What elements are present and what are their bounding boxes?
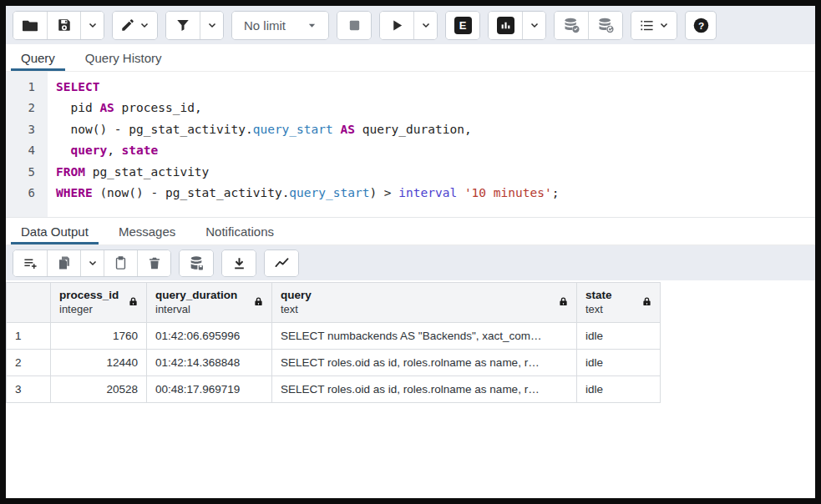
sql-token-kw: AS [340, 123, 354, 136]
column-name: state [585, 289, 612, 303]
line-number-gutter: 123456 [6, 72, 48, 217]
column-type: interval [155, 303, 237, 316]
cell-state[interactable]: idle [577, 350, 661, 376]
chevron-down-icon [139, 20, 150, 30]
row-limit-select[interactable]: No limit [232, 12, 328, 39]
line-number: 3 [6, 119, 48, 140]
save-options-dropdown[interactable] [80, 12, 104, 39]
column-header-process_id[interactable]: process_idinteger [51, 283, 147, 323]
ordered-list-icon [639, 18, 655, 33]
copy-options-dropdown[interactable] [80, 250, 104, 276]
copy-button[interactable] [47, 250, 80, 276]
rollback-database-icon [596, 17, 615, 33]
sql-token-plain: process_id, [114, 101, 202, 114]
column-header-state[interactable]: statetext [577, 283, 661, 323]
download-group [221, 249, 256, 277]
cell-query[interactable]: SELECT numbackends AS "Backends", xact_c… [272, 323, 577, 350]
help-button[interactable]: ? [685, 11, 717, 40]
execute-query-button[interactable] [380, 12, 413, 39]
cell-process_id[interactable]: 1760 [51, 323, 147, 350]
cell-state[interactable]: idle [577, 323, 661, 350]
explain-options-dropdown[interactable] [522, 12, 545, 39]
cell-process_id[interactable]: 20528 [51, 376, 147, 403]
paste-button[interactable] [104, 250, 137, 276]
column-type: text [585, 303, 612, 316]
tab-query[interactable]: Query [11, 44, 65, 71]
add-row-button[interactable] [13, 250, 47, 276]
download-results-button[interactable] [222, 250, 256, 276]
tab-messages[interactable]: Messages [109, 218, 185, 244]
graph-visualiser-button[interactable] [265, 250, 298, 276]
row-number-cell[interactable]: 2 [7, 350, 51, 376]
code-line[interactable]: query, state [56, 140, 815, 161]
filter-options-dropdown[interactable] [200, 12, 223, 39]
chevron-down-icon [207, 20, 217, 30]
code-line[interactable]: SELECT [56, 77, 815, 98]
cell-query_duration[interactable]: 01:42:14.368848 [147, 350, 272, 376]
cell-process_id[interactable]: 12440 [51, 350, 147, 376]
cell-query[interactable]: SELECT roles.oid as id, roles.rolname as… [272, 376, 577, 403]
tab-notifications[interactable]: Notifications [195, 218, 284, 244]
sql-token-plain: query_duration, [355, 123, 472, 136]
tab-query-history[interactable]: Query History [75, 44, 172, 71]
edit-button-group [112, 11, 158, 40]
chevron-down-icon [421, 20, 431, 30]
paste-clipboard-icon [114, 255, 128, 270]
line-number: 5 [6, 162, 48, 183]
save-data-group [179, 249, 214, 277]
column-header-query[interactable]: querytext [272, 283, 577, 323]
open-file-button[interactable] [13, 12, 47, 39]
delete-row-button[interactable] [137, 250, 170, 276]
file-button-group [13, 11, 104, 40]
line-number: 4 [6, 140, 48, 161]
rollback-button[interactable] [588, 12, 622, 39]
sql-editor[interactable]: 123456 SELECT pid AS process_id, now() -… [6, 72, 815, 218]
query-tabbar: QueryQuery History [6, 44, 815, 72]
column-type: integer [59, 303, 119, 316]
edit-dropdown-button[interactable] [113, 12, 157, 39]
sql-token-plain [56, 144, 70, 157]
output-tabbar: Data OutputMessagesNotifications [6, 218, 815, 245]
lock-icon [129, 296, 138, 310]
dropdown-caret-icon [307, 21, 317, 30]
sql-token-var: query_start [253, 123, 333, 136]
code-line[interactable]: now() - pg_stat_activity.query_start AS … [56, 119, 815, 140]
line-number: 2 [6, 98, 48, 118]
filter-funnel-icon [175, 18, 190, 33]
chevron-down-icon [88, 20, 98, 30]
tab-data-output[interactable]: Data Output [11, 218, 99, 244]
cell-query_duration[interactable]: 00:48:17.969719 [147, 376, 272, 403]
row-number-cell[interactable]: 1 [7, 323, 51, 350]
filter-button[interactable] [166, 12, 200, 39]
explain-analyze-button[interactable] [489, 12, 522, 39]
table-row: 1176001:42:06.695996SELECT numbackends A… [7, 323, 661, 350]
chevron-down-icon [530, 20, 540, 30]
sql-token-kw: state [122, 144, 159, 157]
row-limit-group: No limit [231, 11, 329, 40]
code-line[interactable]: WHERE (now() - pg_stat_activity.query_st… [56, 183, 815, 204]
cell-query[interactable]: SELECT roles.oid as id, roles.rolname as… [272, 350, 577, 376]
grid-corner-cell[interactable] [7, 283, 51, 323]
macros-dropdown-button[interactable] [631, 12, 677, 39]
code-line[interactable]: FROM pg_stat_activity [56, 162, 815, 183]
sql-token-kw: SELECT [56, 80, 99, 93]
save-data-changes-button[interactable] [180, 250, 213, 276]
svg-text:?: ? [697, 19, 703, 31]
execute-options-dropdown[interactable] [413, 12, 437, 39]
copy-icon [57, 255, 72, 270]
cell-state[interactable]: idle [577, 376, 661, 403]
row-number-cell[interactable]: 3 [7, 376, 51, 403]
sql-token-plain: now() - pg_stat_activity. [56, 123, 253, 136]
sql-token-plain: pg_stat_activity [85, 165, 209, 179]
code-lines[interactable]: SELECT pid AS process_id, now() - pg_sta… [48, 72, 815, 217]
cell-query_duration[interactable]: 01:42:06.695996 [147, 323, 272, 350]
column-header-query_duration[interactable]: query_durationinterval [147, 283, 272, 323]
code-line[interactable]: pid AS process_id, [56, 98, 815, 118]
trash-icon [148, 256, 161, 270]
cancel-query-button[interactable] [337, 12, 371, 39]
column-name: query [281, 289, 312, 303]
commit-button[interactable] [555, 12, 588, 39]
explain-button[interactable]: E [446, 12, 479, 39]
sql-token-var: query_start [289, 186, 369, 199]
save-file-button[interactable] [47, 12, 80, 39]
